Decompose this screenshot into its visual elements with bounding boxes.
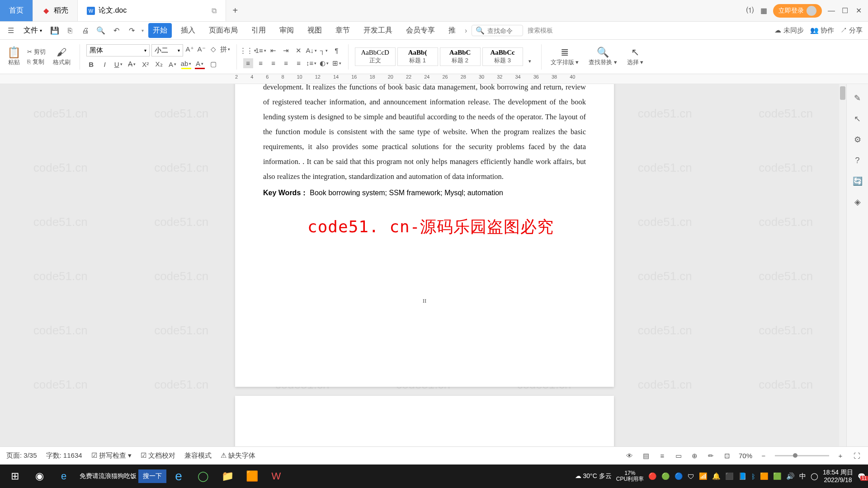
font-color-icon[interactable]: A <box>195 59 205 69</box>
text-effects-icon[interactable]: A <box>168 59 178 69</box>
tray-icon-8[interactable]: 🟩 <box>773 472 782 480</box>
menu-recommend[interactable]: 推 <box>444 23 460 38</box>
login-button[interactable]: 立即登录 <box>773 4 822 18</box>
decrease-indent-icon[interactable]: ⇤ <box>269 46 278 56</box>
browser-app-icon[interactable]: ◯ <box>191 465 215 487</box>
share-button[interactable]: ↗ 分享 <box>840 26 863 35</box>
start-button[interactable]: ⊞ <box>3 465 27 487</box>
align-right-icon[interactable]: ≡ <box>269 58 278 68</box>
clear-format-icon[interactable]: ◇ <box>208 44 218 54</box>
menu-insert[interactable]: 插入 <box>176 23 200 38</box>
tab-document[interactable]: W 论文.doc ⧉ <box>78 0 226 21</box>
bold-icon[interactable]: B <box>86 59 96 69</box>
close-button[interactable]: ✕ <box>854 7 863 15</box>
text-layout-button[interactable]: ≣ 文字排版 ▾ <box>548 47 582 66</box>
align-justify-icon[interactable]: ≡ <box>281 58 291 68</box>
tray-icon-7[interactable]: 🟧 <box>760 472 769 480</box>
format-painter-group[interactable]: 🖌 格式刷 <box>50 47 73 66</box>
sort-icon[interactable]: A↓ <box>307 46 316 56</box>
tray-icon-4[interactable]: 🛡 <box>688 473 694 480</box>
missing-font-button[interactable]: ⚠ 缺失字体 <box>221 451 255 460</box>
grow-font-icon[interactable]: A⁺ <box>185 44 195 54</box>
phonetic-icon[interactable]: 拼 <box>220 44 230 54</box>
tab-home[interactable]: 首页 <box>0 0 33 21</box>
paste-icon[interactable]: 📋 <box>9 47 19 57</box>
layout-mode-icon[interactable]: ⑴ <box>746 7 754 15</box>
tab-add-button[interactable]: + <box>226 0 244 21</box>
command-search[interactable]: 🔍 <box>472 25 523 36</box>
translate-icon[interactable]: 🔄 <box>853 176 863 186</box>
menu-vip[interactable]: 会员专享 <box>401 23 439 38</box>
scrollbar-thumb[interactable] <box>840 86 845 100</box>
select-button[interactable]: ↖ 选择 ▾ <box>624 47 646 66</box>
tray-icon-3[interactable]: 🔵 <box>675 472 683 480</box>
grid-icon[interactable]: ▦ <box>760 7 768 15</box>
font-name-select[interactable]: 黑体▾ <box>86 44 150 56</box>
ruler[interactable]: 246810121416182022242628303234363840 <box>0 74 868 84</box>
command-search-input[interactable] <box>487 27 519 34</box>
tab-overflow-icon[interactable]: ⧉ <box>212 7 217 15</box>
taskbar-search-button[interactable]: 搜一下 <box>138 469 166 483</box>
asian-layout-icon[interactable]: ✕ <box>294 46 304 56</box>
document-area[interactable]: code51.cncode51.cncode51.cncode51.cncode… <box>0 84 846 470</box>
menu-start[interactable]: 开始 <box>148 23 172 38</box>
outline-view-icon[interactable]: ⊕ <box>690 451 700 461</box>
web-view-icon[interactable]: ▭ <box>674 451 684 461</box>
italic-icon[interactable]: I <box>100 59 110 69</box>
collab-button[interactable]: 👥 协作 <box>810 26 834 35</box>
bluetooth-icon[interactable]: ᛒ <box>751 473 755 480</box>
notification-bell-icon[interactable]: 🔔 <box>712 472 721 480</box>
ime-indicator[interactable]: 中 <box>799 472 806 481</box>
tray-icon-5[interactable]: ⬛ <box>725 472 734 480</box>
settings-slider-icon[interactable]: ⚙ <box>853 135 863 145</box>
volume-icon[interactable]: 🔊 <box>786 472 795 480</box>
highlight-icon[interactable]: ab <box>181 59 191 69</box>
zoom-out-button[interactable]: − <box>759 451 769 461</box>
word-count[interactable]: 字数: 11634 <box>46 451 82 460</box>
tray-icon-9[interactable]: ◯ <box>811 472 818 480</box>
print-icon[interactable]: 🖨 <box>80 25 91 36</box>
borders-icon[interactable]: ⊞ <box>332 58 342 68</box>
eye-icon[interactable]: 👁 <box>625 451 635 461</box>
cpu-widget[interactable]: 17%CPU利用率 <box>616 470 644 482</box>
styles-more-icon[interactable]: ▾ <box>525 56 535 66</box>
qat-overflow-icon[interactable]: ▾ <box>142 28 144 33</box>
zoom-thumb[interactable] <box>793 453 797 458</box>
font-size-select[interactable]: 小二▾ <box>151 44 183 56</box>
menu-view[interactable]: 视图 <box>303 23 326 38</box>
ie-icon[interactable]: e <box>52 465 76 487</box>
zoom-level[interactable]: 70% <box>739 452 752 460</box>
ie-app-icon[interactable]: e <box>166 465 191 487</box>
align-left-icon[interactable]: ≡ <box>243 58 253 68</box>
zoom-in-button[interactable]: + <box>835 451 845 461</box>
minimize-button[interactable]: — <box>827 7 835 15</box>
zoom-slider[interactable] <box>775 455 829 456</box>
taskbar-link[interactable]: 免费请流浪猫狗吃饭 <box>80 472 137 480</box>
style-heading2[interactable]: AaBbC 标题 2 <box>440 47 481 66</box>
clock[interactable]: 18:54 周日 2022/9/18 <box>823 469 853 484</box>
strikethrough-icon[interactable]: A̶ <box>127 59 137 69</box>
action-center-icon[interactable]: 💬11 <box>858 473 865 480</box>
task-view-icon[interactable]: ◉ <box>27 465 52 487</box>
document-keywords[interactable]: Key Words： Book borrowing system; SSM fr… <box>263 188 586 198</box>
export-icon[interactable]: ⎘ <box>65 25 75 36</box>
shrink-font-icon[interactable]: A⁻ <box>197 44 207 54</box>
annotation-icon[interactable]: ✏ <box>706 451 716 461</box>
sync-status[interactable]: ☁ 未同步 <box>774 26 803 35</box>
wps-app-icon[interactable]: W <box>264 465 288 487</box>
align-center-icon[interactable]: ≡ <box>256 58 266 68</box>
style-heading3[interactable]: AaBbCc 标题 3 <box>482 47 523 66</box>
template-search[interactable]: 搜索模板 <box>528 27 553 35</box>
fullscreen-icon[interactable]: ⛶ <box>852 451 862 461</box>
copy-button[interactable]: ⎘ 复制 <box>27 58 46 66</box>
redo-icon[interactable]: ↷ <box>126 25 137 36</box>
tabs-icon[interactable]: ┐ <box>319 46 329 56</box>
subscript-icon[interactable]: X₂ <box>154 59 164 69</box>
align-distribute-icon[interactable]: ≡ <box>294 58 304 68</box>
save-icon[interactable]: 💾 <box>49 25 60 36</box>
cursor-tool-icon[interactable]: ↖ <box>853 114 863 124</box>
shading-icon[interactable]: ◐ <box>319 58 329 68</box>
menu-reference[interactable]: 引用 <box>247 23 270 38</box>
tray-icon-1[interactable]: 🔴 <box>648 472 657 480</box>
spellcheck-button[interactable]: ☑ 拼写检查 ▾ <box>91 451 132 460</box>
